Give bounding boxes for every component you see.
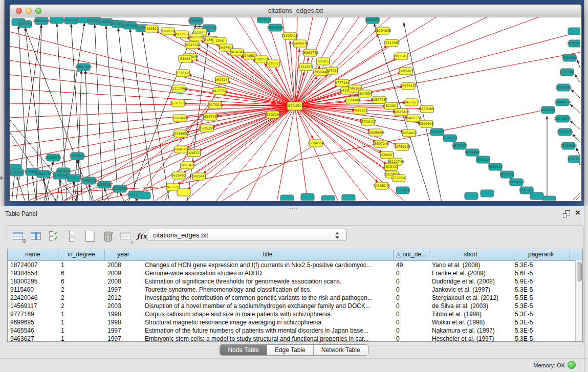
graph-node-9115460[interactable]: 9115460 [420, 105, 434, 113]
graph-node-19654923[interactable]: 19654923 [401, 129, 418, 137]
table-row[interactable]: 969969511998Structural magnetic resonanc… [8, 318, 582, 326]
graph-node-10807487[interactable]: 10807487 [371, 96, 388, 103]
row-boxes-icon[interactable] [65, 229, 78, 243]
graph-node-14136141[interactable]: 14136141 [374, 182, 390, 189]
table-row[interactable]: 1830029562008Estimation of significance … [8, 277, 582, 286]
graph-node-16782759[interactable]: 16782759 [112, 185, 128, 192]
table-scrollbar[interactable] [575, 260, 582, 341]
graph-node-252254[interactable]: 252254 [392, 174, 405, 182]
graph-node-9463627[interactable]: 9463627 [404, 99, 419, 106]
table-row[interactable]: 946362711997Embryonic stem cells: a mode… [8, 335, 582, 343]
graph-node[interactable] [321, 195, 335, 201]
graph-node-4055724[interactable]: 4055724 [18, 20, 32, 28]
table-row[interactable]: 1938455462009Genome-wide association stu… [8, 269, 582, 277]
graph-node-15751074[interactable]: 15751074 [567, 40, 580, 47]
graph-node-3220327[interactable]: 3220327 [266, 60, 280, 67]
graph-node-19166852[interactable]: 19166852 [172, 130, 189, 137]
graph-node-391590[interactable]: 391590 [10, 169, 24, 176]
select-rows-icon[interactable]: ✓ ✓ [47, 229, 60, 243]
table-row[interactable]: 977716911998Corpus callosum shape and si… [8, 310, 582, 318]
graph-node[interactable] [301, 193, 314, 201]
graph-node-8860124[interactable]: 8860124 [161, 28, 175, 35]
new-table-icon[interactable] [83, 229, 96, 243]
graph-node-2803144[interactable]: 2803144 [215, 76, 229, 83]
graph-node[interactable] [465, 192, 478, 200]
graph-node-1935359[interactable]: 1935359 [200, 125, 214, 132]
panel-splitter-handle[interactable] [290, 207, 298, 210]
graph-node[interactable] [137, 192, 150, 199]
graph-node-16093489[interactable]: 16093489 [179, 162, 196, 169]
graph-node-18495756[interactable]: 18495756 [405, 115, 422, 122]
graph-node-1615132[interactable]: 1615132 [384, 163, 398, 170]
graph-node-10688609[interactable]: 10688609 [367, 129, 384, 136]
table-row[interactable]: 946554611997Estimation of the future num… [8, 326, 582, 335]
graph-node-1546[interactable]: 1546 [213, 37, 226, 45]
graph-node-16640910[interactable]: 16640910 [292, 40, 309, 47]
graph-node-6879197[interactable]: 6879197 [452, 142, 467, 149]
graph-node-1491441[interactable]: 1491441 [192, 173, 206, 180]
graph-node-29053346[interactable]: 29053346 [75, 63, 92, 71]
graph-node-8215958[interactable]: 8215958 [541, 106, 555, 114]
graph-node-16961758[interactable]: 16961758 [302, 49, 319, 56]
graph-node[interactable] [530, 192, 543, 200]
graph-node-2935114[interactable]: 2935114 [476, 156, 490, 163]
tab-node-table[interactable]: Node Table [220, 345, 267, 355]
graph-node-7485063[interactable]: 7485063 [399, 68, 413, 75]
graph-node-25300293[interactable]: 25300293 [265, 111, 281, 118]
table-settings-icon[interactable]: ⚙ [11, 229, 25, 243]
window-resize-grip[interactable] [573, 193, 580, 200]
graph-node-15720407[interactable]: 15720407 [360, 118, 377, 125]
graph-node-8471676[interactable]: 8471676 [500, 171, 514, 178]
graph-node-10958187[interactable]: 10958187 [96, 181, 113, 188]
table-select-dropdown[interactable]: citations_edges.txt [147, 229, 347, 241]
table-row[interactable]: 2242004622012Investigating the contribut… [8, 294, 582, 302]
graph-node-12213363[interactable]: 12213363 [170, 85, 187, 92]
table-scrollbar-thumb[interactable] [577, 262, 582, 281]
graph-node-1167534[interactable]: 1167534 [568, 156, 580, 163]
graph-node-6640954[interactable]: 6640954 [430, 128, 444, 136]
graph-node-9684067[interactable]: 9684067 [380, 151, 394, 159]
graph-node-17957223[interactable]: 17957223 [81, 177, 98, 184]
graph-node-18724007[interactable]: 18724007 [286, 102, 304, 110]
graph-node-16107554[interactable]: 16107554 [170, 100, 187, 107]
column-header-in_degree[interactable]: in_degree [58, 249, 105, 260]
graph-node-817004[interactable]: 817004 [208, 101, 222, 108]
window-titlebar[interactable]: citations_edges.txt [10, 5, 581, 17]
graph-node-7955812[interactable]: 7955812 [316, 58, 330, 65]
column-header-year[interactable]: year [105, 249, 142, 260]
graph-node-8813054[interactable]: 8813054 [257, 17, 271, 23]
graph-node-98961[interactable]: 98961 [179, 55, 192, 62]
graph-node-8912954[interactable]: 8912954 [175, 31, 189, 38]
graph-node-13505135[interactable]: 13505135 [66, 174, 82, 182]
tab-network-table[interactable]: Network Table [314, 345, 368, 355]
column-header-short[interactable]: short [429, 249, 512, 260]
graph-node-9227349[interactable]: 9227349 [560, 69, 574, 76]
graph-node-19218506[interactable]: 19218506 [267, 24, 284, 31]
graph-node[interactable] [342, 194, 355, 201]
network-canvas[interactable]: 4055724206914061055328715276026966161107… [10, 17, 580, 201]
graph-node-20691406[interactable]: 20691406 [33, 17, 50, 25]
graph-node[interactable] [542, 196, 556, 201]
graph-node-7625402[interactable]: 7625402 [171, 172, 186, 179]
graph-node-15692971[interactable]: 15692971 [557, 128, 574, 136]
float-panel-icon[interactable] [563, 210, 570, 217]
graph-node-2718126[interactable]: 2718126 [176, 70, 190, 77]
graph-node-9827508[interactable]: 9827508 [189, 34, 204, 41]
graph-node-20206576[interactable]: 20206576 [45, 154, 62, 161]
graph-node-10973493[interactable]: 10973493 [393, 53, 410, 60]
graph-node-10553287[interactable]: 10553287 [63, 17, 80, 24]
graph-node-16083809[interactable]: 16083809 [188, 17, 205, 25]
graph-node[interactable] [280, 195, 294, 201]
graph-node-12942757[interactable]: 12942757 [35, 170, 52, 178]
graph-node[interactable] [177, 189, 190, 196]
graph-node-9899695[interactable]: 9899695 [419, 120, 433, 127]
graph-node-9474444[interactable]: 9474444 [465, 149, 480, 156]
graph-node-9777169[interactable]: 9777169 [335, 79, 350, 86]
graph-node-18267130[interactable]: 18267130 [202, 113, 219, 120]
column-header-name[interactable]: name [8, 249, 58, 260]
graph-node-5498222[interactable]: 5498222 [187, 149, 201, 157]
graph-node-1733426[interactable]: 1733426 [396, 187, 410, 194]
panel-collapse-arrow-icon[interactable] [1, 176, 3, 180]
graph-node-9329966[interactable]: 9329966 [562, 54, 577, 61]
graph-node-16210645[interactable]: 16210645 [554, 115, 571, 122]
